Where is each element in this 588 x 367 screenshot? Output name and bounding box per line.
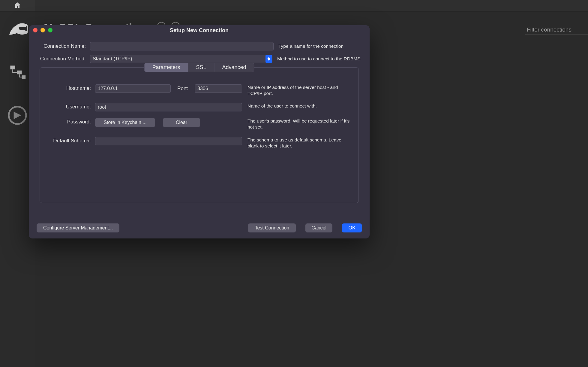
username-input[interactable]: [95, 103, 242, 111]
ok-button[interactable]: OK: [342, 223, 362, 232]
port-label: Port:: [177, 86, 188, 92]
configure-server-management-button[interactable]: Configure Server Management...: [37, 223, 119, 232]
hostname-label: Hostname:: [45, 84, 95, 91]
setup-new-connection-dialog: Setup New Connection Connection Name: Ty…: [29, 25, 370, 238]
password-label: Password:: [45, 118, 95, 125]
hostname-hint: Name or IP address of the server host - …: [242, 84, 353, 96]
username-hint: Name of the user to connect with.: [242, 103, 353, 109]
password-hint: The user's password. Will be requested l…: [242, 118, 353, 130]
default-schema-input[interactable]: [95, 137, 242, 145]
default-schema-hint: The schema to use as default schema. Lea…: [242, 137, 353, 149]
filter-connections-input[interactable]: Filter connections: [525, 25, 588, 35]
top-bar: [0, 0, 588, 11]
home-tab[interactable]: [0, 0, 35, 11]
filter-placeholder-text: Filter connections: [527, 26, 572, 33]
test-connection-button[interactable]: Test Connection: [248, 223, 296, 232]
hostname-input[interactable]: [95, 84, 171, 93]
connection-method-value: Standard (TCP/IP): [93, 56, 132, 62]
svg-rect-3: [17, 71, 22, 74]
dialog-titlebar: Setup New Connection: [29, 25, 370, 35]
home-icon: [14, 2, 21, 10]
connection-method-hint: Method to use to connect to the RDBMS: [272, 56, 362, 62]
dialog-footer: Configure Server Management... Test Conn…: [29, 223, 370, 232]
model-icon[interactable]: [7, 62, 28, 83]
tab-advanced[interactable]: Advanced: [214, 63, 254, 72]
store-in-keychain-button[interactable]: Store in Keychain ...: [95, 118, 155, 127]
parameters-panel: Parameters SSL Advanced Hostname: Port: …: [40, 67, 359, 203]
dolphin-db-icon[interactable]: [7, 19, 28, 41]
connection-name-label: Connection Name:: [37, 43, 90, 49]
svg-rect-2: [10, 65, 15, 69]
port-input[interactable]: [195, 84, 242, 93]
connection-method-select[interactable]: Standard (TCP/IP): [90, 55, 272, 63]
connection-method-label: Connection Method:: [37, 56, 90, 62]
migrate-icon[interactable]: [7, 105, 28, 126]
connection-name-hint: Type a name for the connection: [274, 44, 362, 49]
window-close-icon[interactable]: [33, 28, 38, 32]
select-arrows-icon: [266, 55, 272, 63]
window-zoom-icon[interactable]: [48, 28, 52, 32]
tab-ssl[interactable]: SSL: [188, 63, 214, 72]
username-label: Username:: [45, 103, 95, 110]
cancel-button[interactable]: Cancel: [305, 223, 332, 232]
window-minimize-icon[interactable]: [40, 28, 45, 32]
default-schema-label: Default Schema:: [45, 137, 95, 144]
tab-parameters[interactable]: Parameters: [144, 63, 188, 72]
svg-rect-4: [22, 75, 26, 79]
dialog-title: Setup New Connection: [29, 27, 370, 34]
clear-password-button[interactable]: Clear: [163, 118, 200, 127]
connection-name-input[interactable]: [90, 42, 274, 50]
dialog-tabs: Parameters SSL Advanced: [144, 63, 254, 72]
